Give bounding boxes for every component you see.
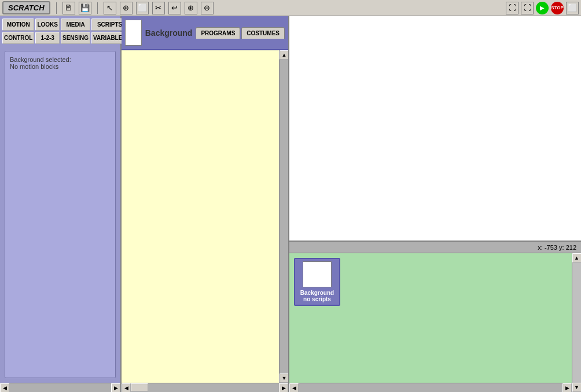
cursor-tool-button[interactable]: ↖ bbox=[104, 2, 116, 14]
coordinates-display: x: -753 y: 212 bbox=[538, 244, 576, 251]
undo-button[interactable]: ↩ bbox=[168, 2, 181, 14]
left-scrollbar-horizontal: ◀ ▶ bbox=[0, 383, 120, 392]
costumes-tab[interactable]: COSTUMES bbox=[241, 27, 285, 39]
scripts-editing-area[interactable] bbox=[122, 50, 279, 383]
sprites-hscroll-track[interactable] bbox=[299, 383, 562, 393]
block-palette-area: Background selected: No motion blocks bbox=[0, 46, 120, 383]
selected-info-line1: Background selected: bbox=[10, 56, 111, 63]
sprites-vscroll-down[interactable]: ▼ bbox=[572, 383, 582, 392]
block-palette-inner: Background selected: No motion blocks bbox=[5, 51, 116, 378]
app-logo: SCRATCH bbox=[2, 1, 50, 14]
cut-button[interactable]: ✂ bbox=[152, 2, 165, 14]
hscroll-right-arrow[interactable]: ▶ bbox=[279, 383, 288, 393]
background-sprite-label: Background bbox=[300, 290, 334, 296]
present-button[interactable]: ⛶ bbox=[506, 2, 519, 14]
block-buttons-grid: MOTION LOOKS MEDIA SCRIPTS CONTROL 1-2-3… bbox=[0, 16, 120, 46]
hscroll-thumb[interactable] bbox=[131, 383, 148, 391]
selected-info-line2: No motion blocks bbox=[10, 63, 111, 70]
zoom-out-button[interactable]: ⊖ bbox=[201, 2, 214, 14]
background-sprite-card[interactable]: Background no scripts bbox=[294, 258, 340, 306]
zoom-fit-button[interactable]: ⊕ bbox=[185, 2, 197, 14]
left-panel: MOTION LOOKS MEDIA SCRIPTS CONTROL 1-2-3… bbox=[0, 16, 122, 392]
toolbar-right: ⛶ ⛶ ▶ STOP ⬜ bbox=[506, 2, 579, 14]
middle-vscroll: ▲ ▼ bbox=[279, 50, 288, 383]
background-sprite-thumbnail bbox=[303, 261, 332, 287]
toolbar-separator-2 bbox=[97, 2, 98, 14]
go-button[interactable]: ▶ bbox=[536, 2, 549, 14]
sensing-button[interactable]: SENSING bbox=[61, 32, 90, 44]
sprites-panel: Background no scripts ▲ ▼ ◀ ▶ bbox=[289, 253, 581, 392]
sprites-hscroll: ◀ ▶ bbox=[289, 383, 572, 392]
background-sprite-sublabel: no scripts bbox=[303, 296, 331, 302]
sprites-hscroll-right[interactable]: ▶ bbox=[562, 383, 572, 393]
zoom-in-button[interactable]: ⊕ bbox=[120, 2, 133, 14]
sprites-hscroll-left[interactable]: ◀ bbox=[289, 383, 299, 393]
sprites-vscroll: ▲ ▼ bbox=[572, 253, 581, 392]
titlebar: SCRATCH 🖹 💾 ↖ ⊕ ⬜ ✂ ↩ ⊕ ⊖ ⛶ ⛶ ▶ STOP ⬜ bbox=[0, 0, 581, 16]
control-button[interactable]: CONTROL bbox=[2, 32, 34, 44]
background-thumbnail bbox=[125, 20, 142, 46]
tab-buttons: PROGRAMS COSTUMES bbox=[196, 27, 285, 39]
coordinates-bar: x: -753 y: 212 bbox=[289, 242, 581, 253]
motion-button[interactable]: MOTION bbox=[2, 19, 34, 31]
sprites-content: Background no scripts bbox=[289, 253, 572, 392]
vscroll-up-arrow[interactable]: ▲ bbox=[280, 50, 288, 60]
stage-area bbox=[289, 16, 581, 242]
vscroll-down-arrow[interactable]: ▼ bbox=[280, 373, 288, 383]
window-resize-button[interactable]: ⬜ bbox=[566, 2, 579, 14]
middle-header: Background PROGRAMS COSTUMES bbox=[122, 16, 288, 50]
scroll-right-arrow[interactable]: ▶ bbox=[111, 383, 120, 393]
media-button[interactable]: MEDIA bbox=[61, 19, 90, 31]
save-file-button[interactable]: 🖹 bbox=[62, 2, 75, 14]
programs-tab[interactable]: PROGRAMS bbox=[196, 27, 240, 39]
middle-panel-title: Background bbox=[145, 28, 193, 38]
export-button[interactable]: 💾 bbox=[79, 2, 91, 14]
right-panel: x: -753 y: 212 Background no scripts ▲ ▼… bbox=[289, 16, 581, 392]
vscroll-track[interactable] bbox=[280, 60, 288, 373]
stop-button[interactable]: STOP bbox=[551, 2, 564, 14]
middle-scrollbar-horizontal: ◀ ▶ bbox=[122, 383, 288, 392]
hscroll-track[interactable] bbox=[131, 383, 279, 393]
looks-button[interactable]: LOOKS bbox=[35, 19, 60, 31]
toolbar-separator bbox=[56, 2, 57, 14]
scroll-track[interactable] bbox=[9, 383, 111, 393]
scroll-left-arrow[interactable]: ◀ bbox=[0, 383, 9, 393]
main-area: MOTION LOOKS MEDIA SCRIPTS CONTROL 1-2-3… bbox=[0, 16, 581, 392]
fullscreen-button[interactable]: ⛶ bbox=[521, 2, 534, 14]
123-button[interactable]: 1-2-3 bbox=[35, 32, 60, 44]
hscroll-left-arrow[interactable]: ◀ bbox=[122, 383, 131, 393]
middle-panel: Background PROGRAMS COSTUMES ▲ ▼ ◀ ▶ bbox=[122, 16, 289, 392]
stamp-button[interactable]: ⬜ bbox=[136, 2, 149, 14]
sprites-vscroll-up[interactable]: ▲ bbox=[572, 253, 582, 262]
